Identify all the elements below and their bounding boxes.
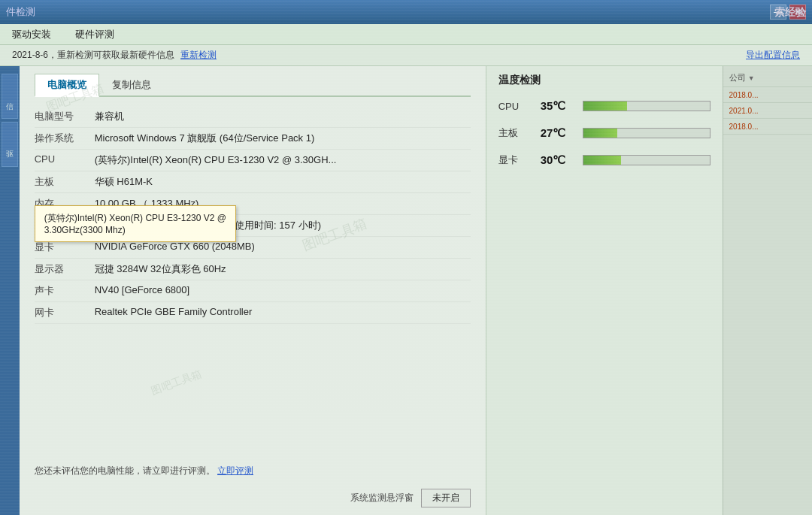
temp-board-label: 主板: [498, 126, 535, 140]
table-row: CPU (英特尔)Intel(R) Xeon(R) CPU E3-1230 V2…: [35, 150, 471, 171]
left-sidebar: 信 驱: [0, 66, 20, 515]
temp-title: 温度检测: [498, 74, 710, 87]
label-monitor: 显示器: [35, 262, 95, 276]
label-gpu: 显卡: [35, 241, 95, 254]
temp-gpu-label: 显卡: [498, 153, 535, 167]
monitor-bar: 系统监测悬浮窗 未开启: [350, 489, 471, 507]
temp-cpu-bar: [583, 101, 710, 111]
menu-item-driver[interactable]: 驱动安装: [8, 26, 56, 43]
label-cpu: CPU: [35, 153, 95, 167]
label-os: 操作系统: [35, 132, 95, 145]
temp-board-fill: [583, 129, 617, 138]
label-model: 电脑型号: [35, 110, 95, 123]
temp-gpu-value: 30℃: [541, 153, 577, 167]
temp-board-bar: [583, 128, 710, 138]
redetect-link[interactable]: 重新检测: [180, 49, 217, 62]
menu-bar: 驱动安装 硬件评测: [0, 24, 812, 45]
temp-board-value: 27℃: [541, 126, 577, 140]
cpu-tooltip-text: (英特尔)Intel(R) Xeon(R) CPU E3-1230 V2 @3.…: [44, 213, 226, 235]
temp-cpu-fill: [583, 101, 628, 111]
title-bar-controls: — ✕ 索经验: [770, 5, 806, 20]
tab-copy[interactable]: 复制信息: [99, 74, 164, 95]
temperature-panel: 温度检测 CPU 35℃ 主板 27℃ 显卡: [486, 66, 723, 515]
monitor-toggle-button[interactable]: 未开启: [421, 489, 471, 507]
table-row: 操作系统 Microsoft Windows 7 旗舰版 (64位/Servic…: [35, 128, 471, 150]
cpu-tooltip: (英特尔)Intel(R) Xeon(R) CPU E3-1230 V2 @3.…: [35, 205, 236, 242]
value-monitor: 冠捷 3284W 32位真彩色 60Hz: [95, 262, 471, 276]
table-row: 网卡 Realtek PCIe GBE Family Controller: [35, 302, 471, 324]
tab-row: 电脑概览 复制信息: [35, 74, 471, 97]
window-title: 件检测: [6, 5, 35, 19]
sidebar-tab-driver[interactable]: 驱: [2, 122, 18, 167]
title-bar-left: 件检测: [6, 5, 35, 19]
value-cpu: (英特尔)Intel(R) Xeon(R) CPU E3-1230 V2 @ 3…: [95, 153, 471, 167]
temp-row-gpu: 显卡 30℃: [498, 153, 710, 167]
list-item[interactable]: 2018.0...: [723, 87, 812, 103]
list-item[interactable]: 2018.0...: [723, 119, 812, 135]
temp-row-cpu: CPU 35℃: [498, 99, 710, 113]
monitor-label: 系统监测悬浮窗: [350, 492, 414, 504]
table-row: 显示器 冠捷 3284W 32位真彩色 60Hz: [35, 259, 471, 280]
right-list-panel: 公司 ▼ 2018.0... 2021.0... 2018.0...: [723, 66, 812, 515]
sidebar-tab-info[interactable]: 信: [2, 74, 18, 119]
menu-item-hardware[interactable]: 硬件评测: [71, 26, 119, 43]
content-panel: 电脑概览 复制信息 电脑型号 兼容机 操作系统 Microsoft Window…: [20, 66, 486, 515]
title-bar: 件检测 — ✕ 索经验: [0, 0, 812, 24]
main-window: 件检测 — ✕ 索经验 驱动安装 硬件评测 2021-8-6，重新检测可获取最新…: [0, 0, 812, 515]
temp-gpu-bar: [583, 155, 710, 165]
tab-overview[interactable]: 电脑概览: [35, 74, 99, 97]
bottom-note: 您还未评估您的电脑性能，请立即进行评测。 立即评测: [35, 465, 253, 477]
temp-row-board: 主板 27℃: [498, 126, 710, 140]
eval-note-text: 您还未评估您的电脑性能，请立即进行评测。: [35, 465, 215, 476]
table-row: 电脑型号 兼容机: [35, 106, 471, 128]
export-button[interactable]: 导出配置信息: [746, 49, 800, 62]
main-content: 信 驱 电脑概览 复制信息 电脑型号 兼容机 操作系统 Microsoft Wi…: [0, 66, 812, 515]
value-nic: Realtek PCIe GBE Family Controller: [95, 306, 471, 320]
value-soundcard: NV40 [GeForce 6800]: [95, 284, 471, 298]
label-soundcard: 声卡: [35, 284, 95, 298]
table-row: 声卡 NV40 [GeForce 6800]: [35, 280, 471, 302]
list-item[interactable]: 2021.0...: [723, 103, 812, 119]
right-app-label: 索经验: [774, 6, 806, 20]
label-board: 主板: [35, 175, 95, 189]
eval-link[interactable]: 立即评测: [217, 465, 253, 476]
value-board: 华硕 H61M-K: [95, 175, 471, 189]
temp-cpu-value: 35℃: [541, 99, 577, 113]
info-date-text: 2021-8-6，重新检测可获取最新硬件信息: [12, 49, 174, 62]
temp-gpu-fill: [583, 156, 621, 165]
value-os: Microsoft Windows 7 旗舰版 (64位/Service Pac…: [95, 132, 471, 145]
value-model: 兼容机: [95, 110, 471, 123]
label-nic: 网卡: [35, 306, 95, 320]
table-row: 主板 华硕 H61M-K: [35, 171, 471, 193]
info-bar: 2021-8-6，重新检测可获取最新硬件信息 重新检测 导出配置信息: [0, 45, 812, 66]
list-item[interactable]: 公司 ▼: [723, 69, 812, 87]
temp-cpu-label: CPU: [498, 101, 535, 112]
value-gpu: NVIDIA GeForce GTX 660 (2048MB): [95, 241, 471, 254]
